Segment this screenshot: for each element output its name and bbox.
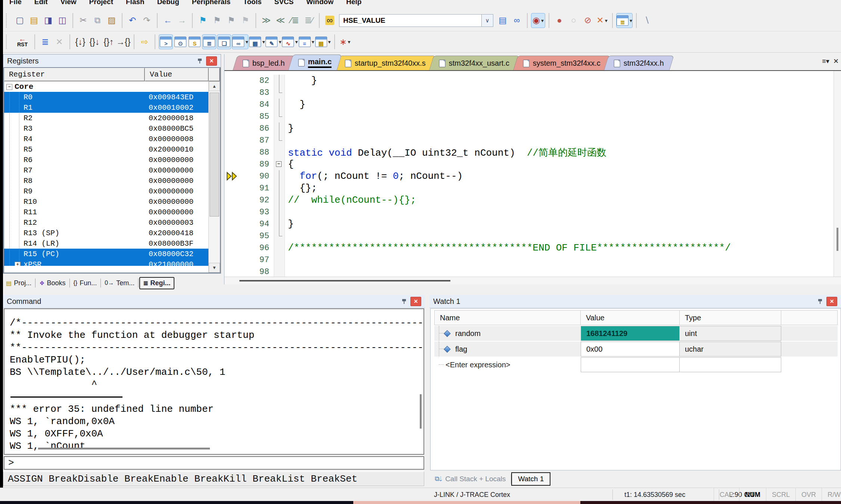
configure-target-button[interactable]: ∖ xyxy=(640,13,654,28)
register-group-row[interactable]: −Core xyxy=(4,81,209,92)
comment-selection-button[interactable]: ∕≣ xyxy=(288,13,301,28)
collapse-icon[interactable]: − xyxy=(6,84,12,90)
menu-item-flash[interactable]: Flash xyxy=(126,0,145,6)
register-row[interactable]: R14 (LR)0x08000B3F xyxy=(4,238,209,249)
registers-window-toggle-button[interactable]: ≣ xyxy=(202,34,216,49)
file-tab-stm32f4xx-h[interactable]: stm32f4xx.h xyxy=(604,56,674,70)
menu-item-tools[interactable]: Tools xyxy=(243,0,261,6)
code-margin[interactable] xyxy=(224,158,242,170)
register-row[interactable]: R13 (SP)0x20000418 xyxy=(4,228,209,238)
debug-toolbox-button[interactable]: ∗▾ xyxy=(338,35,352,49)
search-input[interactable] xyxy=(339,14,482,27)
scroll-down-icon[interactable]: ▼ xyxy=(209,263,220,273)
menu-item-help[interactable]: Help xyxy=(346,0,361,6)
register-row[interactable]: R00x009843ED xyxy=(4,92,209,102)
step-over-button[interactable]: {}↓ xyxy=(88,35,101,49)
command-window-toggle-button[interactable]: > xyxy=(159,34,173,49)
editor-horizontal-scrollbar[interactable] xyxy=(224,277,841,284)
menu-item-view[interactable]: View xyxy=(60,0,77,6)
save-file-button[interactable]: ◨ xyxy=(41,13,55,28)
register-row[interactable]: +xPSR0x21000000 xyxy=(4,259,209,266)
indent-button[interactable]: ≫ xyxy=(260,13,273,28)
prev-bookmark-button[interactable]: ⚑ xyxy=(210,13,224,28)
code-margin[interactable] xyxy=(224,122,242,134)
close-icon[interactable]: ✕ xyxy=(826,297,837,306)
dropdown-arrow-icon[interactable]: ▾ xyxy=(295,39,298,44)
incremental-find-button[interactable]: ∞ xyxy=(510,13,524,28)
code-margin[interactable] xyxy=(224,99,242,111)
fold-margin[interactable] xyxy=(274,111,285,122)
file-tab-stm32f4xx-usart-c[interactable]: stm32f4xx_usart.c xyxy=(429,56,519,70)
code-margin[interactable] xyxy=(224,254,242,266)
bottom-tab-watch-1[interactable]: Watch 1 xyxy=(511,472,550,486)
watch-name[interactable]: flag xyxy=(434,342,581,357)
run-button[interactable]: ⇨ xyxy=(138,35,151,49)
pin-icon[interactable] xyxy=(195,56,205,65)
register-column-header[interactable]: Register xyxy=(4,68,145,81)
menu-item-debug[interactable]: Debug xyxy=(157,0,179,6)
dropdown-arrow-icon[interactable]: ▾ xyxy=(262,39,265,44)
insert-breakpoint-button[interactable]: ● xyxy=(553,13,566,28)
fold-margin[interactable] xyxy=(274,87,285,99)
symbol-window-toggle-button[interactable]: S xyxy=(188,35,201,49)
dropdown-arrow-icon[interactable]: ▾ xyxy=(605,18,608,23)
fold-margin[interactable] xyxy=(274,158,285,170)
code-editor[interactable]: 82 }8384 }8586}8788static void Delay(__I… xyxy=(224,71,841,277)
fold-margin[interactable] xyxy=(274,218,285,230)
register-row[interactable]: R90x00000000 xyxy=(4,186,209,196)
dropdown-arrow-icon[interactable]: ▾ xyxy=(630,18,632,23)
panel-tab-project[interactable]: ▤Proj... xyxy=(3,278,34,289)
code-margin[interactable] xyxy=(224,266,242,277)
register-row[interactable]: R40x00000008 xyxy=(4,134,209,144)
code-margin[interactable] xyxy=(224,230,242,242)
command-vertical-scrollbar[interactable] xyxy=(420,394,422,429)
watch-name[interactable]: random xyxy=(434,326,581,341)
menu-item-project[interactable]: Project xyxy=(89,0,113,6)
file-tab-system-stm32f4xx-c[interactable]: system_stm32f4xx.c xyxy=(513,56,611,70)
register-row[interactable]: R70x00000000 xyxy=(4,165,209,175)
callstack-window-toggle-button[interactable]: ❏ xyxy=(217,34,231,49)
stop-running-button[interactable]: ✕ xyxy=(53,35,66,49)
code-margin[interactable] xyxy=(224,111,242,122)
register-row[interactable]: R30x08000BC5 xyxy=(4,123,209,134)
watch-row[interactable]: flag0x00uchar xyxy=(434,342,838,357)
code-margin[interactable] xyxy=(224,87,242,99)
step-out-button[interactable]: {}↑ xyxy=(102,35,115,49)
value-column-header[interactable]: Value xyxy=(145,68,209,81)
code-margin[interactable] xyxy=(224,170,242,182)
scroll-up-icon[interactable]: ▲ xyxy=(209,81,220,91)
unindent-button[interactable]: ≪ xyxy=(274,13,287,28)
fold-margin[interactable] xyxy=(274,206,285,218)
open-file-button[interactable]: ▤ xyxy=(27,13,41,28)
kill-all-breakpoints-button[interactable]: ✕▾ xyxy=(595,13,609,28)
fold-margin[interactable] xyxy=(274,99,285,111)
file-tab-main-c[interactable]: main.c xyxy=(288,55,342,70)
menu-item-edit[interactable]: Edit xyxy=(34,0,48,6)
register-row[interactable]: R120x00000003 xyxy=(4,217,209,228)
dropdown-arrow-icon[interactable]: ▾ xyxy=(245,39,248,44)
code-margin[interactable] xyxy=(224,242,242,254)
dropdown-arrow-icon[interactable]: ▾ xyxy=(328,39,331,44)
show-next-statement-button[interactable]: ≣ xyxy=(38,35,52,49)
start-stop-debug-button[interactable]: ◉▾ xyxy=(531,13,545,28)
register-row[interactable]: R20x20000018 xyxy=(4,113,209,123)
serial-window-toggle-button[interactable]: ✎▾ xyxy=(266,35,281,49)
watch-row[interactable]: <Enter expression> xyxy=(434,357,838,372)
save-all-button[interactable]: ◫ xyxy=(56,13,69,28)
close-icon[interactable]: ✕ xyxy=(206,56,217,66)
watch-window-toggle-button[interactable]: ∞▾ xyxy=(232,34,248,49)
fold-margin[interactable] xyxy=(274,182,285,194)
watch-row[interactable]: random1681241129uint xyxy=(434,326,838,341)
toolbar-grip[interactable] xyxy=(6,35,10,49)
register-row[interactable]: R50x20000010 xyxy=(4,144,209,155)
column-header-type[interactable]: Type xyxy=(680,310,781,325)
redo-button[interactable]: ↷ xyxy=(140,13,153,28)
panel-tab-functions[interactable]: {}Fun... xyxy=(71,278,100,289)
fold-margin[interactable] xyxy=(274,134,285,146)
editor-area[interactable]: bsp_led.hmain.cstartup_stm32f40xx.sstm32… xyxy=(224,54,841,284)
tab-list-icon[interactable]: ≡▾ xyxy=(822,57,829,65)
next-bookmark-button[interactable]: ⚑ xyxy=(224,13,238,28)
navigate-back-button[interactable]: ← xyxy=(161,13,174,28)
navigate-forward-button[interactable]: → xyxy=(175,13,189,28)
fold-margin[interactable] xyxy=(274,194,285,206)
